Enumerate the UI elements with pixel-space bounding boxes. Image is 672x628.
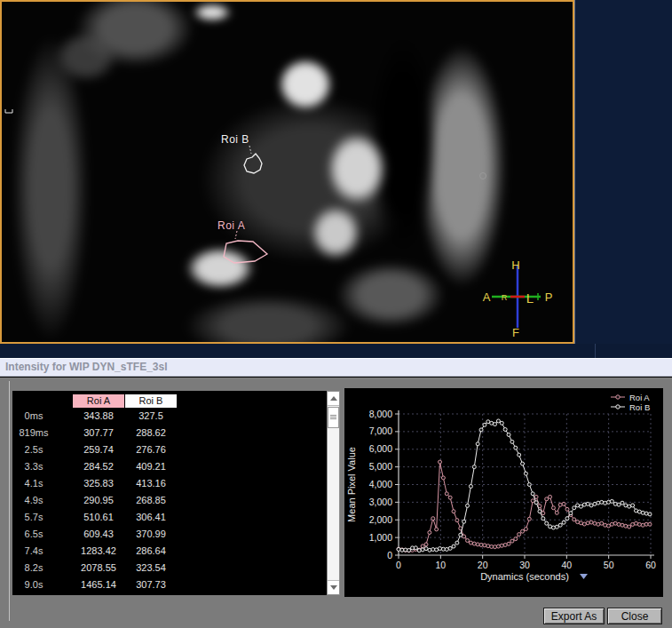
cell-time: 7.4s <box>12 543 55 560</box>
cell-roi-a: 325.83 <box>73 475 124 492</box>
table-row: 3.3s284.52409.21 <box>12 458 327 475</box>
y-tick-label: 4,000 <box>369 479 392 489</box>
data-point-marker <box>503 427 507 431</box>
data-point-marker <box>514 446 518 449</box>
table-row: 819ms307.77288.62 <box>12 425 327 441</box>
cell-gap <box>55 526 73 543</box>
data-point-marker <box>579 505 582 508</box>
data-point-marker <box>455 519 459 522</box>
data-point-marker <box>558 503 562 506</box>
x-tick-label: 50 <box>604 560 614 570</box>
cell-roi-b: 327.5 <box>125 408 177 425</box>
roi-b-label[interactable]: Roi B <box>221 133 249 146</box>
scrollbar-down-button[interactable] <box>328 580 339 594</box>
cell-time: 819ms <box>12 425 55 441</box>
cell-roi-b: 276.76 <box>125 441 177 458</box>
data-point-marker <box>555 525 558 529</box>
intensity-table[interactable]: Roi A Roi B 0ms343.88327.5819ms307.77288… <box>12 391 327 595</box>
data-point-marker <box>637 522 641 526</box>
table-body: 0ms343.88327.5819ms307.77288.622.5s259.7… <box>12 408 327 595</box>
data-point-marker <box>466 504 470 507</box>
data-point-marker <box>562 521 565 524</box>
data-point-marker <box>476 543 479 546</box>
mri-annotations: H F A P L R <box>2 2 573 342</box>
data-point-marker <box>610 522 613 526</box>
data-point-marker <box>549 495 552 498</box>
orientation-r: R <box>502 293 508 302</box>
data-point-marker <box>606 524 610 528</box>
cell-roi-b: 268.85 <box>125 492 177 509</box>
cell-roi-b: 288.62 <box>125 425 177 441</box>
cell-roi-a: 1465.14 <box>73 576 124 593</box>
roi-a-outline[interactable] <box>224 241 267 263</box>
data-point-marker <box>521 462 525 465</box>
data-point-marker <box>551 506 555 510</box>
data-point-marker <box>514 537 518 541</box>
data-point-marker <box>479 543 483 546</box>
cell-roi-a: 5278.9 <box>73 593 124 595</box>
close-button[interactable]: Close <box>607 608 662 624</box>
x-tick-label: 60 <box>645 560 656 570</box>
scrollbar-up-button[interactable] <box>328 392 339 406</box>
export-as-button[interactable]: Export As <box>543 608 605 624</box>
cell-roi-b: 413.16 <box>125 475 177 492</box>
data-point-marker <box>565 507 569 511</box>
data-point-marker <box>545 521 549 525</box>
data-point-marker <box>518 453 521 457</box>
table-row: 0ms343.88327.5 <box>12 408 327 425</box>
cell-roi-a: 307.77 <box>73 425 124 441</box>
table-row: 8.2s2078.55323.54 <box>12 560 327 576</box>
data-point-marker <box>479 428 483 432</box>
data-point-marker <box>462 520 466 523</box>
cell-time: 4.9s <box>12 492 55 509</box>
data-point-marker <box>621 501 624 505</box>
data-point-marker <box>621 523 624 527</box>
cell-roi-a: 609.43 <box>73 526 124 543</box>
chart-svg: 01,0002,0003,0004,0005,0006,0007,0008,00… <box>344 388 663 597</box>
data-point-marker <box>428 548 431 552</box>
data-point-marker <box>610 499 613 503</box>
panel-border-highlight <box>9 381 10 621</box>
cell-gap <box>55 560 73 576</box>
data-point-marker <box>439 547 442 551</box>
table-scrollbar[interactable] <box>327 391 340 595</box>
cell-roi-a: 510.61 <box>73 509 124 526</box>
x-tick-label: 40 <box>561 560 572 570</box>
data-point-marker <box>613 502 617 505</box>
orientation-f: F <box>512 326 519 339</box>
y-tick-label: 5,000 <box>369 461 392 472</box>
data-point-marker <box>414 546 417 550</box>
cell-gap <box>55 458 73 475</box>
data-point-marker <box>606 500 610 504</box>
data-point-marker <box>524 472 527 475</box>
orientation-p: P <box>545 290 553 304</box>
cell-gap <box>55 425 73 441</box>
data-point-marker <box>448 496 452 499</box>
data-point-marker <box>476 442 479 446</box>
orientation-marker: H F A P L R <box>483 258 553 339</box>
scrollbar-thumb[interactable] <box>328 407 339 428</box>
cell-roi-a: 1283.42 <box>73 543 124 560</box>
data-point-marker <box>518 533 521 537</box>
data-point-marker <box>445 492 448 496</box>
cell-time: 4.1s <box>12 475 55 492</box>
roi-b-outline[interactable] <box>244 154 262 173</box>
data-point-marker <box>531 492 534 496</box>
mri-viewport[interactable]: H F A P L R Roi B Roi A <box>0 0 574 344</box>
cell-roi-b: 374.84 <box>125 593 177 595</box>
data-point-marker <box>459 533 462 537</box>
cell-gap <box>55 492 73 509</box>
data-point-marker <box>417 549 421 552</box>
data-point-marker <box>586 521 589 525</box>
dynamics-dropdown-arrow-icon[interactable] <box>580 574 588 579</box>
data-point-marker <box>573 506 576 510</box>
cell-roi-b: 307.73 <box>125 576 177 593</box>
data-point-marker <box>600 500 604 504</box>
data-point-marker <box>466 539 470 543</box>
data-point-marker <box>494 545 497 549</box>
data-point-marker <box>483 423 486 426</box>
y-tick-label: 1,000 <box>369 532 392 543</box>
table-header-roi-a: Roi A <box>73 394 124 408</box>
y-tick-label: 2,000 <box>369 514 392 525</box>
roi-a-label[interactable]: Roi A <box>217 219 245 232</box>
